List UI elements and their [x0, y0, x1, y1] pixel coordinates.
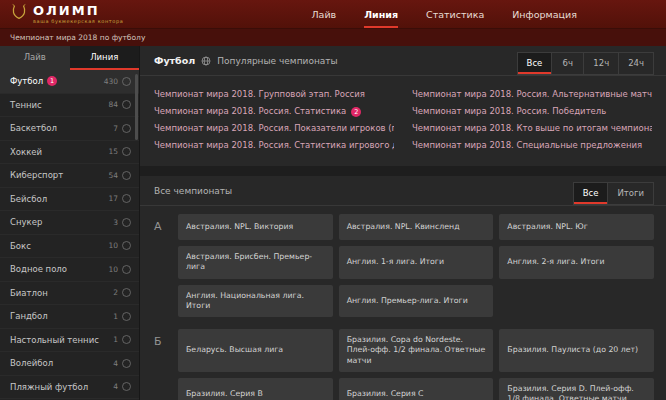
- popular-links: Чемпионат мира 2018. Групповой этап. Рос…: [140, 76, 666, 166]
- top-header: ОЛИМП ваша букмекерская контора Лайв Лин…: [0, 0, 666, 28]
- championship-link[interactable]: Чемпионат мира 2018. Россия. Статистика …: [154, 137, 394, 154]
- nav-item-statistics[interactable]: Статистика: [426, 0, 484, 28]
- filter-tab-results[interactable]: Итоги: [607, 183, 653, 204]
- basketball-icon: [122, 124, 131, 133]
- sidebar-tab-line[interactable]: Линия: [70, 46, 140, 70]
- sidebar-item-water-polo[interactable]: Водное поло 10: [0, 258, 139, 282]
- time-filter-tabs: Все 6ч 12ч 24ч: [517, 52, 654, 75]
- time-tab-24h[interactable]: 24ч: [618, 53, 653, 74]
- volleyball-icon: [122, 359, 131, 368]
- nav-item-live[interactable]: Лайв: [311, 0, 336, 28]
- championship-link-statistics[interactable]: Чемпионат мира 2018. Россия. Статистика …: [154, 103, 394, 120]
- baseball-icon: [122, 194, 131, 203]
- championship-card[interactable]: Бразилия. Серия C: [339, 378, 494, 400]
- logo-title: ОЛИМП: [33, 4, 123, 18]
- sidebar-item-table-tennis[interactable]: Настольный теннис 1: [0, 329, 139, 353]
- championship-card[interactable]: Англия. 1-я лига. Итоги: [339, 246, 494, 279]
- result-filter-tabs: Все Итоги: [573, 182, 654, 205]
- championship-card[interactable]: Австралия. NPL. Квинсленд: [339, 214, 494, 240]
- championship-card[interactable]: Австралия. NPL. Юг: [499, 214, 654, 240]
- popular-panel-header: Футбол Популярные чемпионаты Все 6ч 12ч …: [140, 46, 666, 76]
- sidebar-item-snooker[interactable]: Снукер 3: [0, 211, 139, 235]
- sidebar-item-handball[interactable]: Гандбол 1: [0, 305, 139, 329]
- sidebar-tab-live[interactable]: Лайв: [0, 46, 70, 70]
- championship-card[interactable]: Бразилия. Серия B: [178, 378, 333, 400]
- main-content: Футбол Популярные чемпионаты Все 6ч 12ч …: [140, 46, 666, 400]
- biathlon-skier-icon: [122, 288, 131, 297]
- nav-item-information[interactable]: Информация: [512, 0, 577, 28]
- group-letter: А: [154, 214, 168, 317]
- breadcrumb: Чемпионат мира 2018 по футболу: [0, 28, 666, 46]
- hockey-icon: [122, 147, 131, 156]
- sidebar-item-boxing[interactable]: Бокс 10: [0, 235, 139, 259]
- sports-list: Футбол 1 430 Теннис 84 Баскетбол 7 Хокке…: [0, 70, 139, 400]
- esports-gamepad-icon: [122, 171, 131, 180]
- popular-subtitle: Популярные чемпионаты: [217, 56, 337, 66]
- filter-tab-all[interactable]: Все: [574, 183, 608, 204]
- time-tab-6h[interactable]: 6ч: [551, 53, 583, 74]
- olimp-app: ОЛИМП ваша букмекерская контора Лайв Лин…: [0, 0, 666, 400]
- championship-card[interactable]: Беларусь. Высшая лига: [178, 329, 333, 372]
- championship-link[interactable]: Чемпионат мира 2018. Россия. Альтернатив…: [412, 86, 652, 103]
- boxing-glove-icon: [122, 241, 131, 250]
- letter-group-b: Б Беларусь. Высшая лига Бразилия. Copa d…: [140, 321, 666, 400]
- tennis-ball-icon: [122, 100, 131, 109]
- sidebar-item-volleyball[interactable]: Волейбол 4: [0, 352, 139, 376]
- logo[interactable]: ОЛИМП ваша букмекерская контора: [10, 0, 123, 28]
- sidebar-item-football[interactable]: Футбол 1 430: [0, 70, 139, 94]
- sidebar-tabs: Лайв Линия: [0, 46, 139, 70]
- sidebar-scrollbar[interactable]: [135, 74, 138, 140]
- championship-card[interactable]: Англия. Национальная лига. Итоги: [178, 285, 333, 318]
- championship-card[interactable]: Бразилия. Copa do Nordeste. Плей-офф. 1/…: [339, 329, 494, 372]
- sidebar-item-esports[interactable]: Киберспорт 54: [0, 164, 139, 188]
- popular-championships-panel: Футбол Популярные чемпионаты Все 6ч 12ч …: [140, 46, 666, 166]
- laurel-wreath-icon: [10, 3, 28, 25]
- championship-link[interactable]: Чемпионат мира 2018. Россия. Показатели …: [154, 120, 394, 137]
- sidebar-item-biathlon[interactable]: Биатлон 2: [0, 282, 139, 306]
- championship-link[interactable]: Чемпионат мира 2018. Групповой этап. Рос…: [154, 86, 394, 103]
- nav-item-line[interactable]: Линия: [364, 0, 398, 28]
- championship-link[interactable]: Чемпионат мира 2018. Специальные предлож…: [412, 137, 652, 154]
- championship-card[interactable]: Англия. 2-я лига. Итоги: [499, 246, 654, 279]
- main-nav: Лайв Линия Статистика Информация: [311, 0, 576, 28]
- logo-tagline: ваша букмекерская контора: [33, 18, 123, 24]
- annotation-badge-1: 1: [47, 76, 57, 86]
- sidebar-item-beach-soccer[interactable]: Пляжный футбол 4: [0, 376, 139, 400]
- championship-link[interactable]: Чемпионат мира 2018. Кто выше по итогам …: [412, 120, 652, 137]
- group-letter: Б: [154, 329, 168, 400]
- handball-icon: [122, 312, 131, 321]
- sidebar-item-hockey[interactable]: Хоккей 15: [0, 141, 139, 165]
- championship-link[interactable]: Чемпионат мира 2018. Россия. Победитель: [412, 103, 652, 120]
- championship-card[interactable]: Англия. Премьер-лига. Итоги: [339, 285, 494, 318]
- annotation-badge-2: 2: [351, 107, 361, 117]
- sidebar: Лайв Линия Футбол 1 430 Теннис 84 Баскет…: [0, 46, 140, 400]
- championship-card[interactable]: Австралия. Брисбен. Премьер-лига: [178, 246, 333, 279]
- letter-group-a: А Австралия. NPL. Виктория Австралия. NP…: [140, 206, 666, 321]
- time-tab-all[interactable]: Все: [518, 53, 552, 74]
- sidebar-item-baseball[interactable]: Бейсбол 17: [0, 188, 139, 212]
- sidebar-item-tennis[interactable]: Теннис 84: [0, 94, 139, 118]
- sport-title: Футбол: [154, 55, 195, 66]
- globe-icon: [201, 51, 211, 70]
- snooker-icon: [122, 218, 131, 227]
- championship-card[interactable]: Бразилия. Паулиста (до 20 лет): [499, 329, 654, 372]
- beach-soccer-icon: [122, 382, 131, 391]
- all-championships-title: Все чемпионаты: [154, 186, 232, 196]
- championship-card[interactable]: Бразилия. Серия D. Плей-офф. 1/8 финала.…: [499, 378, 654, 400]
- table-tennis-paddle-icon: [122, 335, 131, 344]
- time-tab-12h[interactable]: 12ч: [583, 53, 618, 74]
- all-championships-panel: Все чемпионаты Все Итоги А Австралия. NP…: [140, 176, 666, 400]
- water-polo-icon: [122, 265, 131, 274]
- soccer-ball-icon: [122, 77, 131, 86]
- sidebar-item-basketball[interactable]: Баскетбол 7: [0, 117, 139, 141]
- championship-card[interactable]: Австралия. NPL. Виктория: [178, 214, 333, 240]
- all-championships-header: Все чемпионаты Все Итоги: [140, 176, 666, 206]
